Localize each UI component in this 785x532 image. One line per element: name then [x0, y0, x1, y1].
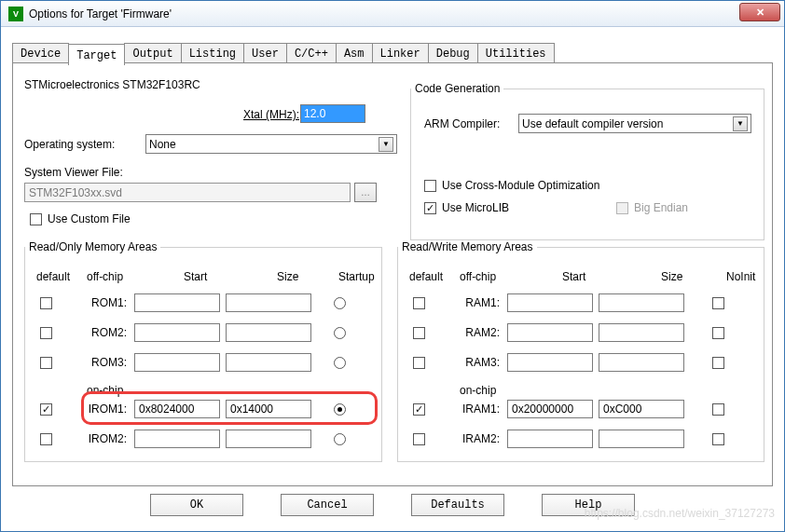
cancel-button[interactable]: Cancel [281, 494, 374, 516]
size-input[interactable] [226, 430, 311, 448]
start-input[interactable] [507, 323, 593, 342]
tab-listing[interactable]: Listing [181, 43, 244, 64]
col-startup: Startup [338, 270, 375, 283]
default-checkbox[interactable] [40, 297, 52, 309]
start-input[interactable] [507, 353, 593, 372]
default-checkbox[interactable] [40, 403, 52, 416]
noinit-checkbox[interactable] [712, 327, 724, 339]
xtal-input[interactable] [300, 104, 365, 123]
startup-radio[interactable] [334, 357, 346, 369]
tab-device[interactable]: Device [12, 43, 69, 64]
row-label: RAM3: [448, 356, 500, 369]
tab-utilities[interactable]: Utilities [477, 43, 555, 64]
operating-system-label: Operating system: [24, 138, 115, 151]
code-generation-group: Code Generation ARM Compiler: Use defaul… [410, 82, 764, 240]
tab-target[interactable]: Target [68, 44, 125, 65]
row-label: IRAM1: [448, 402, 500, 416]
size-input[interactable] [226, 293, 311, 312]
onchip-label: on-chip [460, 384, 496, 397]
close-button[interactable]: ✕ [739, 3, 780, 21]
memory-row: IRAM1: [413, 399, 724, 419]
memory-row: IROM1: [40, 399, 346, 419]
start-input[interactable] [507, 400, 593, 418]
tab-c-c-[interactable]: C/C++ [286, 43, 337, 64]
device-label: STMicroelectronics STM32F103RC [24, 78, 200, 91]
size-input[interactable] [599, 323, 684, 342]
memory-row: ROM2: [40, 322, 346, 343]
big-endian-checkbox [616, 202, 628, 214]
startup-radio[interactable] [334, 327, 346, 339]
app-icon: V [8, 7, 23, 21]
noinit-checkbox[interactable] [712, 433, 724, 445]
startup-radio[interactable] [334, 433, 346, 445]
default-checkbox[interactable] [40, 433, 52, 445]
cross-module-checkbox[interactable] [424, 180, 436, 192]
noinit-checkbox[interactable] [712, 403, 724, 416]
row-label: ROM1: [75, 296, 127, 309]
col-default: default [36, 270, 70, 283]
tab-output[interactable]: Output [124, 43, 181, 64]
size-input[interactable] [599, 430, 684, 448]
microlib-checkbox[interactable] [424, 202, 436, 214]
arm-compiler-label: ARM Compiler: [424, 117, 500, 130]
size-input[interactable] [226, 353, 311, 372]
startup-radio[interactable] [334, 403, 346, 416]
start-input[interactable] [507, 293, 593, 312]
col-noinit: NoInit [726, 270, 755, 283]
readonly-memory-group: Read/Only Memory Areas default off-chip … [24, 240, 382, 462]
noinit-checkbox[interactable] [712, 357, 724, 369]
row-label: RAM1: [448, 296, 500, 309]
startup-radio[interactable] [334, 297, 346, 309]
operating-system-select[interactable]: None ▼ [145, 134, 397, 154]
cross-module-label: Use Cross-Module Optimization [442, 179, 599, 192]
use-custom-file-checkbox[interactable] [30, 213, 42, 225]
memory-row: ROM1: [40, 293, 346, 313]
tab-user[interactable]: User [243, 43, 287, 64]
default-checkbox[interactable] [40, 357, 52, 369]
row-label: IROM2: [75, 432, 127, 445]
system-viewer-file-input: STM32F103xx.svd [24, 183, 351, 202]
tab-strip: DeviceTargetOutputListingUserC/C++AsmLin… [12, 43, 554, 64]
start-input[interactable] [134, 323, 220, 342]
start-input[interactable] [134, 430, 220, 448]
tab-asm[interactable]: Asm [336, 43, 373, 64]
chevron-down-icon[interactable]: ▼ [733, 116, 748, 131]
big-endian-label: Big Endian [634, 201, 688, 214]
button-bar: OK Cancel Defaults Help [1, 494, 784, 524]
default-checkbox[interactable] [413, 403, 425, 416]
start-input[interactable] [134, 353, 220, 372]
default-checkbox[interactable] [413, 433, 425, 445]
code-generation-legend: Code Generation [411, 82, 503, 95]
default-checkbox[interactable] [40, 327, 52, 339]
svf-browse-button[interactable]: … [354, 183, 377, 202]
start-input[interactable] [134, 293, 220, 312]
readonly-memory-legend: Read/Only Memory Areas [25, 240, 160, 253]
size-input[interactable] [599, 400, 684, 418]
arm-compiler-select[interactable]: Use default compiler version ▼ [518, 114, 751, 133]
size-input[interactable] [599, 353, 684, 372]
size-input[interactable] [226, 400, 311, 418]
chevron-down-icon[interactable]: ▼ [379, 137, 393, 152]
memory-row: RAM3: [413, 352, 724, 373]
defaults-button[interactable]: Defaults [411, 494, 504, 516]
ok-button[interactable]: OK [150, 494, 243, 516]
col-size: Size [277, 270, 298, 283]
row-label: ROM3: [75, 356, 127, 369]
start-input[interactable] [507, 430, 593, 448]
col-default: default [409, 270, 443, 283]
system-viewer-file-label: System Viewer File: [24, 166, 123, 179]
size-input[interactable] [226, 323, 311, 342]
tab-debug[interactable]: Debug [428, 43, 478, 64]
default-checkbox[interactable] [413, 357, 425, 369]
col-start: Start [562, 270, 585, 283]
start-input[interactable] [134, 400, 220, 418]
noinit-checkbox[interactable] [712, 297, 724, 309]
row-label: IROM1: [75, 402, 127, 416]
help-button[interactable]: Help [542, 494, 635, 516]
default-checkbox[interactable] [413, 297, 425, 309]
memory-row: RAM1: [413, 293, 724, 313]
xtal-label: Xtal (MHz): [243, 108, 299, 121]
default-checkbox[interactable] [413, 327, 425, 339]
size-input[interactable] [599, 293, 684, 312]
tab-linker[interactable]: Linker [372, 43, 429, 64]
